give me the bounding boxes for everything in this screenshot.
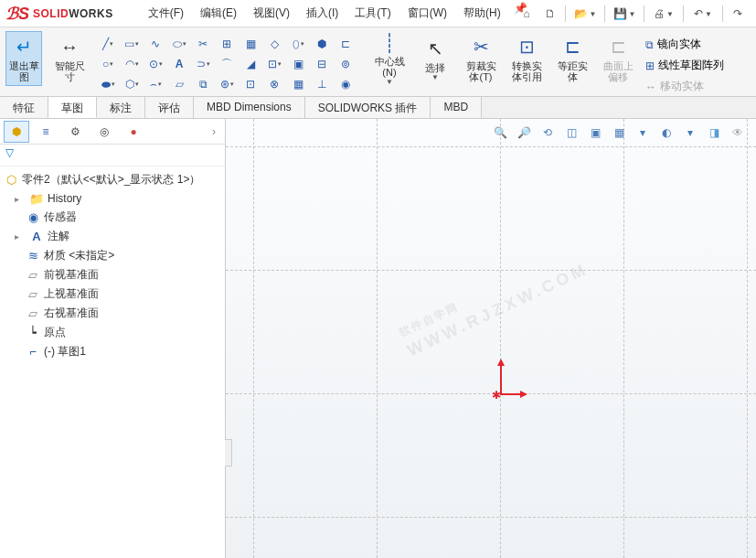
wrap-tool[interactable]: ⊛▾	[216, 75, 238, 93]
convert-tool-small[interactable]: ⊡	[240, 75, 261, 93]
intersect-tool[interactable]: ⊗	[263, 75, 285, 93]
tree-right-plane[interactable]: ▱ 右视基准面	[0, 304, 225, 323]
ellipse-tool[interactable]: ⬯▾	[287, 35, 309, 53]
hide-show-button[interactable]: ▾	[632, 123, 654, 143]
edit-appearance-button[interactable]: ◐	[655, 123, 677, 143]
circle-tool[interactable]: ○▾	[97, 55, 119, 73]
grid-line-v	[377, 119, 378, 558]
para-tool[interactable]: ▱	[168, 75, 190, 93]
mirror-tool-small[interactable]: ⧉	[192, 75, 214, 93]
pattern-button[interactable]: ⊞ 线性草图阵列	[645, 58, 724, 73]
mirror-button[interactable]: ⧉ 镜向实体	[645, 37, 701, 52]
expand-icon[interactable]: ▸	[15, 194, 26, 204]
plane-icon: ▱	[26, 268, 40, 283]
visibility-button[interactable]: 👁	[727, 123, 749, 143]
slot-tool[interactable]: ⬭▾	[168, 35, 190, 53]
display-style-button[interactable]: ▦	[608, 123, 630, 143]
move-button[interactable]: ↔ 移动实体	[645, 79, 704, 94]
open-button[interactable]: 📂▼	[570, 4, 601, 24]
3d-tool[interactable]: ⬢	[311, 35, 333, 53]
tab-sketch[interactable]: 草图	[48, 97, 97, 118]
hex-tool[interactable]: ⬡▾	[121, 75, 143, 93]
tab-annotate[interactable]: 标注	[97, 97, 145, 118]
panel-tab-feature-tree[interactable]: ⬢	[4, 121, 29, 143]
rect-tool[interactable]: ▭▾	[121, 35, 143, 53]
offset-tool-small[interactable]: ⊏	[335, 35, 357, 53]
redo-button[interactable]: ↷	[727, 4, 749, 24]
panel-tab-config[interactable]: ⚙	[62, 121, 88, 143]
tree-sketch1[interactable]: ⌐ (-) 草图1	[0, 342, 225, 361]
offset-button[interactable]: ⊏ 等距实体	[554, 31, 591, 86]
grid-tool[interactable]: ▦	[240, 35, 261, 53]
block-tool[interactable]: ▣	[287, 55, 309, 73]
arc-tool[interactable]: ◠▾	[121, 55, 143, 73]
relation-tool[interactable]: ⊥	[311, 75, 333, 93]
point-tool[interactable]: ⊙▾	[144, 55, 166, 73]
tab-addins[interactable]: SOLIDWORKS 插件	[305, 97, 431, 118]
panel-collapse-tab[interactable]	[225, 439, 232, 467]
zoom-area-button[interactable]: 🔎	[513, 123, 535, 143]
trim-button[interactable]: ✂ 剪裁实体(T)	[463, 31, 499, 86]
circular-tool[interactable]: ⊚	[335, 55, 357, 73]
filter-bar[interactable]: ▽	[0, 145, 225, 166]
section-view-button[interactable]: ◫	[560, 123, 582, 143]
on-surface-button[interactable]: ⊏ 曲面上偏移	[600, 31, 636, 86]
previous-view-button[interactable]: ⟲	[537, 123, 559, 143]
linear-tool[interactable]: ⊟	[311, 55, 333, 73]
menu-file[interactable]: 文件(F)	[141, 2, 191, 25]
apply-scene-button[interactable]: ▾	[679, 123, 701, 143]
tree-material[interactable]: ≋ 材质 <未指定>	[0, 246, 225, 265]
tab-evaluate[interactable]: 评估	[145, 97, 194, 118]
select-button[interactable]: ↖ 选择 ▼	[417, 31, 453, 86]
tree-annotations[interactable]: ▸ A 注解	[0, 227, 225, 246]
tree-sensors[interactable]: ◉ 传感器	[0, 208, 225, 227]
arc2-tool[interactable]: ⌢▾	[144, 75, 166, 93]
centerline-button[interactable]: ┊ 中心线(N) ▼	[371, 31, 408, 86]
menu-window[interactable]: 窗口(W)	[400, 2, 454, 25]
graphics-area[interactable]: 🔍 🔎 ⟲ ◫ ▣ ▦ ▾ ◐ ▾ ◨ 👁 软件自学网 WWW.RJZXW.CO…	[226, 119, 756, 558]
slot2-tool[interactable]: ⬬▾	[97, 75, 119, 93]
chamfer-tool[interactable]: ◢	[240, 55, 261, 73]
menu-edit[interactable]: 编辑(E)	[193, 2, 244, 25]
smart-dimension-button[interactable]: ↔ 智能尺寸	[51, 31, 88, 86]
tab-features[interactable]: 特征	[0, 97, 48, 118]
panel-tab-display[interactable]: ◎	[91, 121, 117, 143]
feature-manager-panel: ⬢ ≡ ⚙ ◎ ● › ▽ ⬡ 零件2（默认<<默认>_显示状态 1>） ▸ 📁…	[0, 119, 226, 558]
sketch-pic-tool[interactable]: ▦	[287, 75, 309, 93]
construct-tool[interactable]: ⊡▾	[263, 55, 285, 73]
view-orientation-button[interactable]: ▣	[584, 123, 606, 143]
tab-mbd-dimensions[interactable]: MBD Dimensions	[194, 97, 305, 118]
menu-tools[interactable]: 工具(T)	[347, 2, 398, 25]
spline-tool[interactable]: ∿	[144, 35, 166, 53]
tree-history[interactable]: ▸ 📁 History	[0, 189, 225, 208]
curve-tool[interactable]: ⊃▾	[192, 55, 214, 73]
print-button[interactable]: 🖨▼	[648, 4, 679, 24]
line-tool[interactable]: ╱▾	[97, 35, 119, 53]
tree-root[interactable]: ⬡ 零件2（默认<<默认>_显示状态 1>）	[0, 170, 225, 189]
zoom-fit-button[interactable]: 🔍	[489, 123, 511, 143]
convert-button[interactable]: ⊡ 转换实体引用	[508, 31, 545, 86]
tree-front-plane[interactable]: ▱ 前视基准面	[0, 265, 225, 284]
save-button[interactable]: 💾▼	[609, 4, 640, 24]
home-button[interactable]: ⌂	[516, 4, 538, 24]
extend-tool[interactable]: ⊞	[216, 35, 238, 53]
tree-origin[interactable]: ┕ 原点	[0, 323, 225, 342]
trim-tool-small[interactable]: ✂	[192, 35, 214, 53]
expand-icon[interactable]: ▸	[15, 231, 26, 241]
menu-help[interactable]: 帮助(H)	[456, 2, 508, 25]
menu-view[interactable]: 视图(V)	[246, 2, 297, 25]
panel-tab-appearance[interactable]: ●	[121, 121, 146, 143]
panel-expand-button[interactable]: ›	[207, 125, 221, 138]
menu-insert[interactable]: 插入(I)	[299, 2, 346, 25]
display-tool[interactable]: ◉	[335, 75, 357, 93]
view-settings-button[interactable]: ◨	[703, 123, 725, 143]
exit-sketch-button[interactable]: ↵ 退出草图	[5, 31, 42, 86]
new-button[interactable]: 🗋	[539, 4, 561, 24]
fillet-tool[interactable]: ⌒	[216, 55, 238, 73]
panel-tab-property[interactable]: ≡	[33, 121, 59, 143]
undo-button[interactable]: ↶▼	[687, 4, 719, 24]
tree-top-plane[interactable]: ▱ 上视基准面	[0, 284, 225, 304]
tab-mbd[interactable]: MBD	[431, 97, 482, 118]
polygon-tool[interactable]: ◇	[263, 35, 285, 53]
text-tool[interactable]: A	[168, 55, 190, 73]
